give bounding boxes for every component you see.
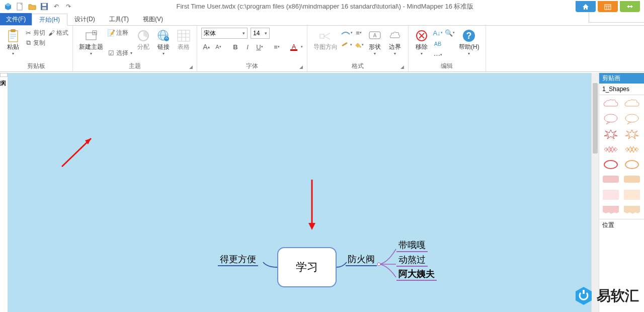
weight-button[interactable]: ≡▾ (354, 28, 364, 38)
help-button[interactable]: ? 帮助(H) ▾ (457, 28, 481, 57)
shape-wash-2[interactable] (623, 189, 640, 201)
remove-button[interactable]: 移除 ▾ (413, 28, 431, 57)
panel-title: 剪贴画 (599, 73, 644, 84)
shape-torn-1[interactable] (602, 204, 619, 216)
shape-spike-1[interactable] (602, 143, 619, 155)
dialog-launcher-icon[interactable]: ◢ (400, 64, 404, 69)
paste-button[interactable]: 粘贴 ▾ (4, 28, 22, 57)
copy-icon: ⧉ (24, 39, 32, 47)
group-label-format: 格式◢ (311, 61, 404, 70)
scissors-icon: ✂ (24, 29, 32, 37)
tab-home[interactable]: 开始(H) (32, 14, 67, 26)
shape-burst-1[interactable] (602, 128, 619, 140)
format-painter-button[interactable]: 🖌格式 (47, 28, 68, 38)
cursor-icon: ☑ (107, 49, 115, 57)
shape-button[interactable]: A 形状 ▾ (366, 28, 384, 57)
topic-right-1a[interactable]: 带哦嘎 (396, 239, 428, 252)
italic-button[interactable]: I (243, 42, 253, 52)
ribbon-tabs: 文件(F) 开始(H) 设计(D) 工具(T) 视图(V) (0, 13, 644, 26)
vertical-scrollbar[interactable] (591, 73, 599, 312)
tab-view[interactable]: 视图(V) (136, 13, 170, 25)
tab-design[interactable]: 设计(D) (67, 13, 102, 25)
calendar-window-button[interactable] (598, 1, 618, 12)
topic-right-1c[interactable]: 阿大姨夫 (396, 268, 437, 281)
svg-rect-49 (603, 176, 619, 183)
table-icon (177, 29, 191, 43)
window-title: First Time User.twdx (c:\program files (… (74, 2, 576, 11)
cut-button[interactable]: ✂剪切 (24, 28, 45, 38)
redo-icon[interactable]: ↷ (64, 2, 73, 11)
shape-spike-2[interactable] (623, 143, 640, 155)
topic-right-1[interactable]: 防火阀 (346, 253, 377, 266)
direction-button: 导图方向 (311, 28, 340, 51)
align-button[interactable]: ≡▾ (272, 42, 282, 52)
canvas[interactable]: 得更方便 学习 防火阀 带哦嘎 动熬过 阿大姨夫 (8, 73, 599, 312)
tab-file[interactable]: 文件(F) (0, 13, 32, 25)
svg-rect-12 (10, 34, 16, 35)
border-button[interactable]: 边界 ▾ (386, 28, 404, 57)
shape-burst-2[interactable] (623, 128, 640, 140)
shape-torn-2[interactable] (623, 204, 640, 216)
pie-icon (136, 29, 150, 43)
font-size-select[interactable]: 14 (251, 28, 270, 39)
clipboard-icon (6, 29, 20, 43)
shape-oval-1[interactable] (602, 159, 619, 171)
copy-button[interactable]: ⧉复制 (24, 38, 45, 48)
link-button[interactable]: 链接 ▾ (154, 28, 173, 57)
replace-button[interactable]: AB (433, 39, 443, 49)
ribbon: 粘贴 ▾ ✂剪切 ⧉复制 🖌格式 剪贴板 新建主题 ▾ 📝注释 ☑选择▾ (0, 26, 644, 72)
font-name-select[interactable]: 宋体 (201, 28, 248, 39)
shape-cloud-2[interactable] (623, 98, 640, 110)
grow-font-button[interactable]: A▴ (201, 42, 211, 52)
shape-brush-1[interactable] (602, 174, 619, 186)
shape-bubble-2[interactable] (623, 113, 640, 125)
delete-icon (415, 29, 429, 43)
topic-left[interactable]: 得更方便 (218, 253, 258, 266)
comment-button[interactable]: 📝注释 (107, 28, 132, 38)
find-button[interactable]: 🔍▾ (445, 28, 455, 38)
svg-point-40 (377, 263, 380, 266)
tab-tools[interactable]: 工具(T) (102, 13, 136, 25)
svg-rect-29 (320, 34, 324, 38)
more-button[interactable]: ⋯▾ (433, 50, 443, 60)
shape-bubble-1[interactable] (602, 113, 619, 125)
line-color-button[interactable]: ▾ (342, 40, 352, 50)
shrink-font-button[interactable]: A▾ (213, 42, 223, 52)
underline-button[interactable]: U▾ (255, 42, 265, 52)
outline-side-tab[interactable]: 大纲 (0, 73, 8, 77)
sort-button[interactable]: A↓▾ (433, 28, 443, 38)
new-topic-icon (84, 29, 98, 43)
search-box-stub[interactable] (589, 13, 644, 23)
border-icon (388, 29, 402, 43)
select-button[interactable]: ☑选择▾ (107, 48, 132, 58)
save-icon[interactable] (40, 2, 49, 11)
dialog-launcher-icon[interactable]: ◢ (299, 64, 303, 69)
shape-oval-2[interactable] (623, 159, 640, 171)
svg-marker-44 (308, 223, 315, 230)
new-icon[interactable] (16, 2, 25, 11)
central-topic[interactable]: 学习 (277, 247, 337, 287)
undo-icon[interactable]: ↶ (52, 2, 61, 11)
font-color-button[interactable]: A (289, 42, 299, 52)
chevron-down-icon: ▾ (90, 51, 92, 56)
svg-rect-15 (86, 33, 96, 40)
group-label-font: 字体◢ (201, 61, 303, 70)
table-button: 表格 (175, 28, 193, 51)
panel-category[interactable]: 1_Shapes (599, 84, 644, 95)
annotation-arrow-2 (306, 179, 321, 234)
new-topic-button[interactable]: 新建主题 ▾ (77, 28, 105, 57)
group-label-topic: 主题◢ (77, 61, 193, 70)
shape-cloud-1[interactable] (602, 98, 619, 110)
topic-right-1b[interactable]: 动熬过 (396, 254, 428, 267)
shape-brush-2[interactable] (623, 174, 640, 186)
home-window-button[interactable] (576, 1, 596, 12)
bold-button[interactable]: B (230, 42, 240, 52)
expand-window-button[interactable] (620, 1, 640, 12)
open-icon[interactable] (28, 2, 37, 11)
svg-point-32 (359, 46, 361, 48)
fill-color-button[interactable]: ▾ (354, 40, 364, 50)
shape-wash-1[interactable] (602, 189, 619, 201)
svg-rect-11 (11, 29, 16, 32)
line-style-button[interactable]: ▾ (342, 28, 352, 38)
dialog-launcher-icon[interactable]: ◢ (189, 64, 193, 69)
